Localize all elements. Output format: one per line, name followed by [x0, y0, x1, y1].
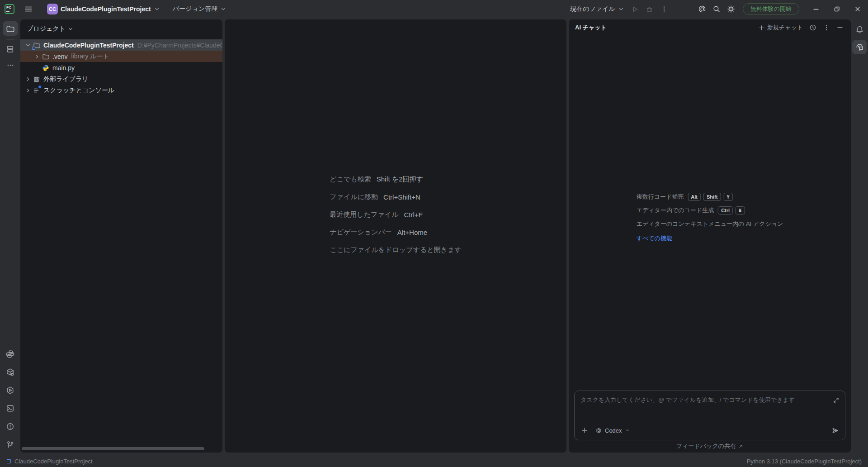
- commit-toolwindow-button[interactable]: [3, 43, 18, 54]
- main-menu-button[interactable]: [21, 2, 36, 16]
- clock-icon: [809, 24, 816, 31]
- openai-logo-icon: [595, 427, 602, 434]
- interpreter-widget[interactable]: Python 3.13 (ClaudeCodePluginTestProject…: [747, 458, 862, 465]
- python-packages-toolwindow-button[interactable]: [3, 367, 18, 377]
- ai-chat-panel: AI チャット 新規チャット: [569, 19, 851, 453]
- hint-shortcut: Ctrl+Shift+N: [383, 193, 420, 201]
- settings-button[interactable]: [724, 2, 738, 16]
- chat-options-button[interactable]: [821, 22, 832, 33]
- horizontal-scrollbar[interactable]: [22, 447, 204, 450]
- chevron-down-icon: [618, 6, 624, 12]
- restore-icon: [833, 5, 840, 13]
- tree-node-annotation: library ルート: [71, 52, 109, 61]
- python-console-toolwindow-button[interactable]: [3, 348, 18, 359]
- chevron-right-icon[interactable]: [34, 53, 40, 60]
- scratches-icon: [33, 87, 40, 94]
- project-avatar: CC: [47, 4, 58, 14]
- tree-row-project-root[interactable]: ClaudeCodePluginTestProject D:¥PyCharmPr…: [20, 39, 222, 51]
- hint-shortcut: Ctrl+E: [404, 211, 423, 219]
- terminal-toolwindow-button[interactable]: [3, 403, 18, 414]
- tree-row-venv[interactable]: .venv library ルート: [20, 51, 222, 62]
- search-everywhere-button[interactable]: [709, 2, 724, 16]
- tip-inline-generation: エディター内でのコード生成 Ctrl ¥: [637, 204, 783, 217]
- tree-row-external-libraries[interactable]: 外部ライブラリ: [20, 73, 222, 85]
- kbd-key: Ctrl: [718, 206, 733, 214]
- window-minimize-button[interactable]: [806, 0, 826, 18]
- all-features-link[interactable]: すべての機能: [637, 234, 783, 243]
- bell-icon: [855, 25, 864, 34]
- problems-icon: [6, 422, 14, 431]
- send-icon: [831, 427, 839, 434]
- project-toolwindow-button[interactable]: [3, 21, 18, 36]
- expand-input-button[interactable]: [830, 395, 841, 405]
- package-icon: [6, 368, 14, 376]
- chat-history-button[interactable]: [807, 22, 818, 33]
- right-tool-strip: [851, 18, 868, 455]
- chevron-right-icon[interactable]: [25, 87, 31, 94]
- tip-label: エディター内でのコード生成: [637, 206, 714, 214]
- services-toolwindow-button[interactable]: [3, 385, 18, 396]
- notifications-button[interactable]: [852, 24, 867, 35]
- project-widget[interactable]: CC ClaudeCodePluginTestProject: [43, 2, 164, 16]
- hamburger-icon: [24, 5, 33, 13]
- status-project-widget[interactable]: ClaudeCodePluginTestProject: [7, 458, 93, 465]
- kebab-icon: [823, 24, 830, 31]
- status-project-name: ClaudeCodePluginTestProject: [14, 458, 93, 465]
- share-feedback-link[interactable]: フィードバックの共有: [569, 442, 851, 450]
- new-chat-button[interactable]: 新規チャット: [756, 22, 805, 33]
- project-panel: プロジェクト ClaudeCodePluginTestProject D:¥Py…: [20, 19, 222, 453]
- project-name: ClaudeCodePluginTestProject: [61, 5, 151, 13]
- hint-goto-file: ファイルに移動 Ctrl+Shift+N: [330, 188, 461, 206]
- window-close-button[interactable]: [847, 0, 868, 18]
- external-link-icon: [738, 444, 743, 449]
- editor-hints: どこでも検索 Shift を2回押す ファイルに移動 Ctrl+Shift+N …: [330, 171, 461, 259]
- strip-divider: [6, 39, 15, 40]
- ai-chat-icon: [855, 43, 864, 52]
- attach-context-button[interactable]: [578, 424, 591, 437]
- project-tree: ClaudeCodePluginTestProject D:¥PyCharmPr…: [20, 39, 222, 96]
- start-free-trial-button[interactable]: 無料体験の開始: [743, 3, 799, 15]
- left-tool-strip: [0, 18, 20, 455]
- tree-row-main-py[interactable]: main.py: [20, 62, 222, 73]
- tree-row-scratches[interactable]: スクラッチとコンソール: [20, 85, 222, 96]
- chevron-right-icon[interactable]: [25, 76, 31, 82]
- minimize-icon: [812, 5, 820, 13]
- ai-chat-toolwindow-button[interactable]: [852, 40, 867, 54]
- library-icon: [33, 76, 40, 83]
- more-run-actions-button[interactable]: [657, 2, 671, 16]
- hint-recent-files: 最近使用したファイル Ctrl+E: [330, 206, 461, 224]
- chevron-down-icon[interactable]: [25, 42, 31, 48]
- project-panel-title: プロジェクト: [27, 25, 66, 33]
- tree-node-name: .venv: [52, 53, 67, 60]
- debug-button[interactable]: [642, 2, 657, 16]
- run-configuration-selector[interactable]: 現在のファイル: [566, 2, 628, 16]
- vcs-widget[interactable]: バージョン管理: [169, 2, 230, 16]
- hint-drop-files: ここにファイルをドロップすると開きます: [330, 241, 461, 259]
- kbd-key: ¥: [736, 206, 745, 214]
- terminal-icon: [6, 404, 14, 413]
- ai-spiral-icon: [698, 5, 706, 13]
- more-dots-icon: [6, 61, 14, 69]
- hide-panel-button[interactable]: [835, 22, 845, 33]
- run-configuration-label: 現在のファイル: [570, 5, 615, 13]
- trial-button-label: 無料体験の開始: [750, 5, 792, 13]
- vcs-label: バージョン管理: [173, 5, 217, 13]
- status-bar: ClaudeCodePluginTestProject Python 3.13 …: [0, 455, 868, 467]
- pycharm-logo[interactable]: PC: [5, 4, 14, 14]
- kbd-key: ¥: [723, 193, 732, 201]
- hint-label: 最近使用したファイル: [330, 210, 398, 219]
- project-panel-header[interactable]: プロジェクト: [20, 19, 222, 37]
- model-selector[interactable]: Codex: [594, 424, 632, 436]
- more-toolwindows-button[interactable]: [3, 60, 18, 71]
- ai-chat-header-actions: 新規チャット: [756, 22, 845, 33]
- chat-input-box[interactable]: Codex: [574, 391, 845, 440]
- version-control-toolwindow-button[interactable]: [3, 439, 18, 450]
- interpreter-label: Python 3.13 (ClaudeCodePluginTestProject…: [747, 458, 862, 465]
- problems-toolwindow-button[interactable]: [3, 421, 18, 432]
- run-button[interactable]: [628, 2, 642, 16]
- window-restore-button[interactable]: [826, 0, 847, 18]
- send-button[interactable]: [829, 424, 841, 437]
- search-icon: [712, 5, 721, 13]
- chevron-down-icon: [154, 6, 160, 12]
- ai-assistant-button[interactable]: [695, 2, 709, 16]
